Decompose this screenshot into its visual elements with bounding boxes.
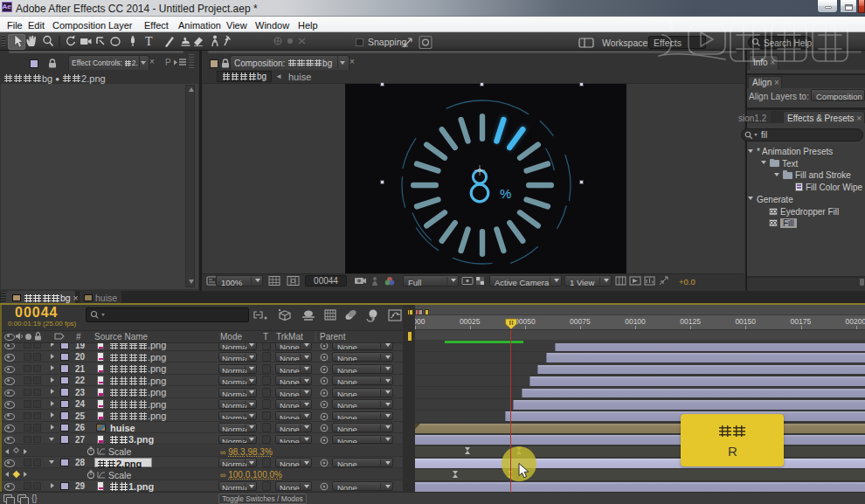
svg-text:T: T bbox=[145, 35, 153, 48]
svg-text:%: % bbox=[500, 186, 511, 201]
